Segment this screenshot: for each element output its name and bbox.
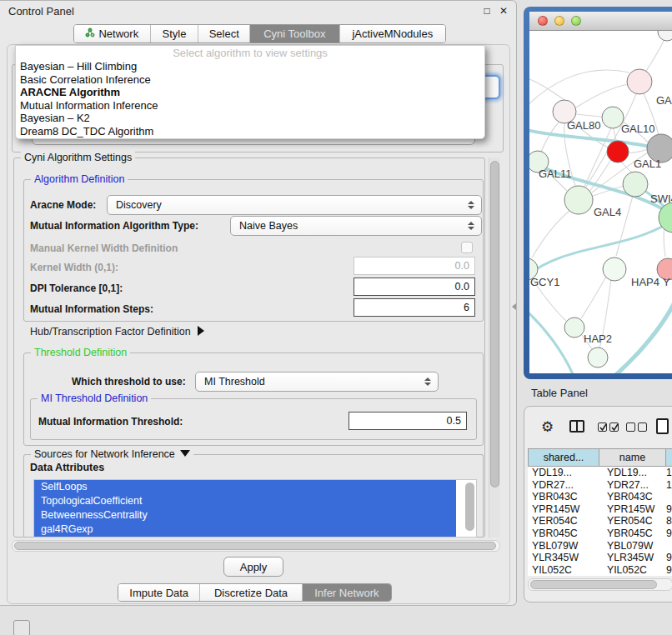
cell xyxy=(666,540,672,552)
list-item[interactable]: SelfLoops xyxy=(34,480,456,494)
manual-kernel-checkbox[interactable] xyxy=(461,242,473,253)
mi-type-combobox[interactable]: Naive Bayes xyxy=(230,216,482,236)
settings-horizontal-scrollbar[interactable] xyxy=(12,540,500,552)
column-header-name[interactable]: name xyxy=(599,448,666,467)
zoom-traffic-light-icon[interactable] xyxy=(571,16,581,26)
hub-definition-label: Hub/Transcription Factor Definition xyxy=(30,326,191,338)
table-row[interactable]: YBR043CYBR043C xyxy=(528,491,672,503)
hub-definition-expander[interactable]: Hub/Transcription Factor Definition xyxy=(30,326,204,338)
list-vertical-scrollbar-thumb[interactable] xyxy=(465,482,474,531)
network-node[interactable] xyxy=(603,258,626,281)
column-header-shared-name[interactable]: shared... xyxy=(528,448,599,467)
settings-horizontal-scrollbar-thumb[interactable] xyxy=(14,542,496,550)
cell xyxy=(666,491,672,503)
network-node[interactable] xyxy=(658,31,672,41)
tab-select[interactable]: Select xyxy=(198,25,250,42)
table-row[interactable]: YPR145WYPR145W9. xyxy=(528,503,672,516)
table-horizontal-scrollbar-thumb[interactable] xyxy=(530,580,657,589)
cell: YER054C xyxy=(599,515,666,528)
network-node[interactable] xyxy=(564,186,593,214)
kernel-width-field[interactable] xyxy=(354,257,475,275)
tab-discretize-data[interactable]: Discretize Data xyxy=(200,584,302,601)
node-label: GAL1 xyxy=(634,158,661,170)
aracne-mode-combobox[interactable]: Discovery xyxy=(107,195,482,215)
table-row[interactable]: YER054CYER054C8. xyxy=(528,515,672,528)
network-node[interactable] xyxy=(627,69,652,94)
list-item[interactable]: gal4RGexp xyxy=(34,522,456,537)
algorithm-option[interactable]: Mutual Information Inference xyxy=(16,99,484,112)
mi-threshold-label: Mutual Information Threshold: xyxy=(38,416,183,428)
apply-button[interactable]: Apply xyxy=(223,557,283,577)
network-window-titlebar[interactable] xyxy=(529,12,672,31)
table-row[interactable]: YIL052CYIL052C9. xyxy=(528,564,672,577)
tab-network[interactable]: Network xyxy=(74,25,151,42)
tab-style[interactable]: Style xyxy=(151,25,199,42)
gear-icon[interactable]: ⚙ xyxy=(541,418,554,436)
close-icon[interactable]: ✕ xyxy=(497,4,510,18)
network-node-red[interactable] xyxy=(607,141,629,162)
network-node[interactable] xyxy=(588,348,608,368)
table-row[interactable]: YBL079WYBL079W xyxy=(528,540,672,552)
table-panel-title: Table Panel xyxy=(531,387,588,399)
table-row[interactable]: YDR27...YDR27...12 xyxy=(528,479,672,492)
mi-type-value: Naive Bayes xyxy=(239,220,298,232)
tab-infer-network[interactable]: Infer Network xyxy=(303,584,391,601)
network-node[interactable] xyxy=(623,172,648,197)
tab-jactivemnodules[interactable]: jActiveMNodules xyxy=(340,25,445,42)
which-threshold-combobox[interactable]: MI Threshold xyxy=(195,372,439,392)
cell: 9. xyxy=(666,552,672,564)
minimize-traffic-light-icon[interactable] xyxy=(554,16,564,26)
aracne-mode-value: Discovery xyxy=(116,199,162,211)
cell: YDL19... xyxy=(528,467,599,479)
list-item[interactable]: BetweennessCentrality xyxy=(34,508,456,522)
columns-icon[interactable] xyxy=(569,420,584,432)
node-label: HAP2 xyxy=(584,332,612,345)
node-label: GCY1 xyxy=(530,276,559,288)
which-threshold-label: Which threshold to use: xyxy=(72,376,186,388)
cell: 9. xyxy=(666,564,672,577)
algorithm-option-selected[interactable]: ARACNE Algorithm xyxy=(16,86,484,99)
select-all-checkboxes-icon[interactable] xyxy=(598,422,619,432)
network-canvas[interactable]: GAL80 GAL10 GAL11 GAL1 SWI4 GAL4 GCY1 HA… xyxy=(529,31,672,373)
data-attributes-label: Data Attributes xyxy=(30,462,104,473)
splitter-handle[interactable] xyxy=(512,303,516,310)
network-icon xyxy=(85,28,95,40)
table-row[interactable]: YLR345WYLR345W9. xyxy=(528,552,672,564)
close-traffic-light-icon[interactable] xyxy=(538,16,548,26)
mi-steps-field[interactable] xyxy=(354,298,475,317)
algorithm-option[interactable]: Basic Correlation Inference xyxy=(16,73,484,87)
algorithm-dropdown-popup: Select algorithm to view settings Bayesi… xyxy=(15,45,485,139)
minimized-panel-grip[interactable] xyxy=(13,620,30,635)
settings-vertical-scrollbar[interactable] xyxy=(489,158,500,538)
table-row[interactable]: YDL19...YDL19...13 xyxy=(528,467,672,479)
cell: 12 xyxy=(666,479,672,492)
settings-vertical-scrollbar-thumb[interactable] xyxy=(490,161,499,488)
tab-cyni-toolbox[interactable]: Cyni Toolbox xyxy=(250,25,340,42)
algorithm-option[interactable]: Bayesian – Hill Climbing xyxy=(16,60,484,73)
table-horizontal-scrollbar[interactable] xyxy=(528,578,672,591)
cell: YIL052C xyxy=(528,564,599,577)
deselect-all-checkboxes-icon[interactable] xyxy=(626,422,647,432)
table-row[interactable]: YBR045CYBR045C9. xyxy=(528,528,672,540)
table-panel: ⚙ shared... name YDL19...YDL19...13 YDR2… xyxy=(524,406,672,602)
tab-select-label: Select xyxy=(209,28,239,40)
cell: YPR145W xyxy=(528,503,599,516)
list-item[interactable]: TopologicalCoefficient xyxy=(34,494,456,508)
cell: 9. xyxy=(666,503,672,516)
tab-style-label: Style xyxy=(163,28,187,40)
mi-threshold-field[interactable] xyxy=(349,412,467,430)
float-window-icon[interactable]: □ xyxy=(480,4,494,18)
algorithm-option[interactable]: Dream8 DC_TDC Algorithm xyxy=(16,125,484,138)
sources-group-title[interactable]: Sources for Network Inference xyxy=(31,448,193,460)
mi-threshold-group-title: MI Threshold Definition xyxy=(38,392,151,404)
manual-kernel-label: Manual Kernel Width Definition xyxy=(30,242,178,254)
column-header-partial[interactable] xyxy=(666,448,672,467)
network-node[interactable] xyxy=(564,318,584,338)
algorithm-option[interactable]: Bayesian – K2 xyxy=(16,112,484,125)
document-icon[interactable] xyxy=(656,418,669,434)
table-body: YDL19...YDL19...13 YDR27...YDR27...12 YB… xyxy=(528,467,672,576)
tab-impute-data[interactable]: Impute Data xyxy=(118,584,200,601)
cell: YBR045C xyxy=(528,528,599,540)
dpi-tolerance-field[interactable] xyxy=(354,278,475,296)
node-label: HAP4 xyxy=(631,276,659,288)
